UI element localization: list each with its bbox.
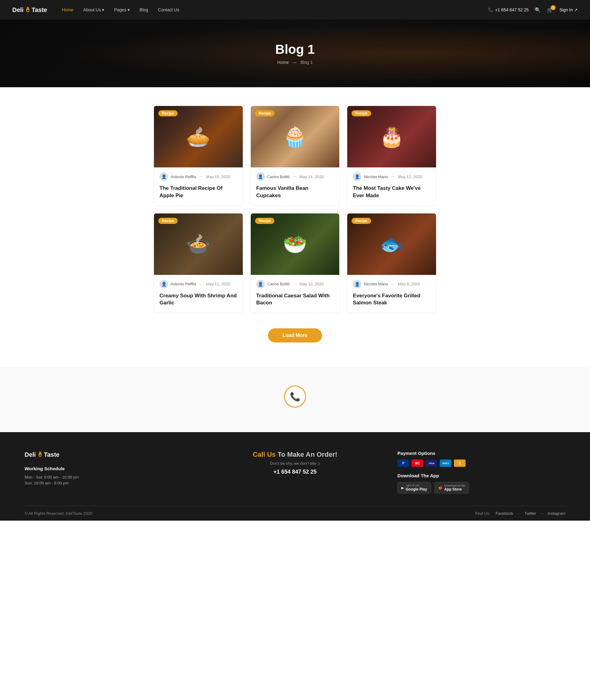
social-twitter[interactable]: Twitter: [524, 511, 536, 516]
blog-card[interactable]: Recipe 👤 Antonio Refflis — May 11, 2020 …: [154, 213, 243, 313]
card-body: 👤 Antonio Refflis — May 15, 2020 The Tra…: [154, 167, 243, 206]
author-avatar: 👤: [160, 280, 168, 288]
social-instagram[interactable]: Instagram: [548, 511, 565, 516]
card-image: Recipe: [251, 106, 339, 167]
blog-card[interactable]: Recipe 👤 Nicolas Mano — May 12, 2020 The…: [347, 106, 436, 206]
google-play-icon: ▶: [401, 486, 404, 490]
card-meta: 👤 Antonio Refflis — May 11, 2020: [160, 280, 237, 288]
cart-button[interactable]: 🛒 0: [547, 7, 553, 13]
card-body: 👤 Carlos Bolitti — May 10, 2020 Traditio…: [251, 275, 339, 313]
post-date: May 12, 2020: [398, 174, 422, 179]
payment-icons: P MC VISA AMEX $: [397, 460, 565, 467]
copyright-text: © All Rights Reserved. DeliTaste 2020: [25, 511, 92, 516]
cart-count-badge: 0: [551, 5, 556, 10]
category-badge: Recipe: [255, 110, 274, 116]
breadcrumb-home[interactable]: Home: [278, 60, 289, 65]
footer-brand-part2: Taste: [44, 451, 60, 458]
nav-right: 📞 +1 654 847 52 25 🔍 🛒 0 Sign In ↗: [488, 7, 578, 13]
card-image: Recipe: [347, 106, 436, 167]
brand-name-part2: Taste: [32, 6, 47, 13]
card-image: Recipe: [154, 214, 243, 275]
footer-col-cta: Call Us To Make An Order! Don't be shy, …: [211, 451, 379, 494]
footer-cta-rest: To Make An Order!: [278, 451, 337, 458]
author-name: Antonio Refflis: [171, 174, 196, 179]
nav-about[interactable]: About Us ▾: [83, 7, 104, 12]
category-badge: Recipe: [255, 218, 274, 224]
social-facebook[interactable]: Facebook: [496, 511, 513, 516]
nav-links: Home About Us ▾ Pages ▾ Blog Contact Us: [62, 7, 488, 12]
footer-logo: Deli 🕯 Taste: [25, 451, 193, 459]
author-name: Carlos Bolitti: [267, 282, 290, 286]
card-body: 👤 Nicolas Mano — May 9, 2020 Everyone's …: [347, 275, 436, 313]
card-body: 👤 Carlos Bolitti — May 14, 2020 Famous V…: [251, 167, 339, 206]
load-more-button[interactable]: Load More: [268, 328, 322, 342]
author-avatar: 👤: [353, 280, 361, 288]
post-date: May 9, 2020: [398, 282, 420, 286]
post-date: May 15, 2020: [206, 174, 230, 179]
breadcrumb-separator: —: [293, 60, 298, 65]
sign-in-icon: ↗: [574, 7, 578, 12]
footer-bottom: © All Rights Reserved. DeliTaste 2020 Fi…: [25, 506, 565, 520]
author-name: Nicolas Mano: [364, 174, 388, 179]
chevron-down-icon: ▾: [102, 7, 104, 12]
breadcrumb-current: Blog 1: [301, 60, 313, 65]
meta-separator: —: [199, 174, 203, 179]
card-title: Famous Vanilla Bean Cupcakes: [256, 185, 334, 199]
footer-cta-subtitle: Don't be shy, we don't bite :): [211, 461, 379, 466]
social-sep1: —: [517, 511, 521, 516]
page-title: Blog 1: [275, 42, 315, 57]
card-meta: 👤 Carlos Bolitti — May 10, 2020: [256, 280, 334, 288]
card-body: 👤 Antonio Refflis — May 11, 2020 Creamy …: [154, 275, 243, 313]
blog-card[interactable]: Recipe 👤 Carlos Bolitti — May 14, 2020 F…: [251, 106, 340, 206]
mastercard-icon: MC: [411, 460, 423, 467]
nav-home[interactable]: Home: [62, 7, 73, 12]
app-download-title: Download The App: [397, 473, 565, 478]
nav-pages[interactable]: Pages ▾: [114, 7, 130, 12]
footer-flame-icon: 🕯: [36, 451, 43, 459]
nav-contact[interactable]: Contact Us: [158, 7, 179, 12]
other-payment-icon: $: [454, 460, 466, 467]
sign-in-button[interactable]: Sign In ↗: [559, 7, 578, 12]
schedule-sun: Sun: 10:00 am - 8:00 pm: [25, 481, 193, 485]
card-title: The Traditional Recipe Of Apple Pie: [160, 185, 237, 199]
search-button[interactable]: 🔍: [535, 7, 541, 13]
meta-separator: —: [293, 282, 297, 286]
app-store-badge[interactable]: 🍎 Download on the App Store: [434, 482, 469, 494]
amex-icon: AMEX: [440, 460, 452, 467]
phone-icon: 📞: [488, 7, 493, 12]
blog-card[interactable]: Recipe 👤 Antonio Refflis — May 15, 2020 …: [154, 106, 243, 206]
card-title: The Most Tasty Cake We've Ever Made: [353, 185, 430, 199]
card-body: 👤 Nicolas Mano — May 12, 2020 The Most T…: [347, 167, 436, 206]
card-meta: 👤 Nicolas Mano — May 9, 2020: [353, 280, 430, 288]
google-play-badge[interactable]: ▶ GET IT ON Google Play: [397, 482, 431, 494]
blog-card[interactable]: Recipe 👤 Nicolas Mano — May 9, 2020 Ever…: [347, 213, 436, 313]
chevron-down-icon: ▾: [127, 7, 130, 12]
footer-main: Deli 🕯 Taste Working Schedule Mon - Sat:…: [25, 451, 565, 506]
author-avatar: 👤: [353, 172, 361, 181]
brand-flame-icon: 🕯: [24, 6, 31, 14]
category-badge: Recipe: [352, 218, 371, 224]
blog-grid: Recipe 👤 Antonio Refflis — May 15, 2020 …: [154, 106, 436, 313]
meta-separator: —: [391, 282, 395, 286]
author-avatar: 👤: [256, 172, 265, 181]
blog-card[interactable]: Recipe 👤 Carlos Bolitti — May 10, 2020 T…: [251, 213, 340, 313]
nav-blog[interactable]: Blog: [139, 7, 148, 12]
footer-col-payment: Payment Options P MC VISA AMEX $ Downloa…: [397, 451, 565, 494]
meta-separator: —: [199, 282, 203, 286]
apple-icon: 🍎: [438, 486, 442, 490]
app-badges: ▶ GET IT ON Google Play 🍎 Download on th…: [397, 482, 565, 494]
visa-icon: VISA: [425, 460, 437, 467]
footer-cta-highlight: Call Us: [253, 451, 276, 458]
brand-logo[interactable]: Deli 🕯 Taste: [12, 6, 47, 14]
author-avatar: 👤: [256, 280, 265, 288]
category-badge: Recipe: [158, 218, 178, 224]
card-title: Traditional Caesar Salad With Bacon: [256, 292, 334, 307]
author-name: Carlos Bolitti: [267, 174, 290, 179]
nav-phone: 📞 +1 654 847 52 25: [488, 7, 528, 12]
card-title: Creamy Soup With Shrimp And Garlic: [160, 292, 237, 307]
card-image: Recipe: [251, 214, 339, 275]
meta-separator: —: [293, 174, 297, 179]
author-name: Antonio Refflis: [171, 282, 196, 286]
main-content: Recipe 👤 Antonio Refflis — May 15, 2020 …: [148, 106, 442, 342]
author-avatar: 👤: [160, 172, 168, 181]
